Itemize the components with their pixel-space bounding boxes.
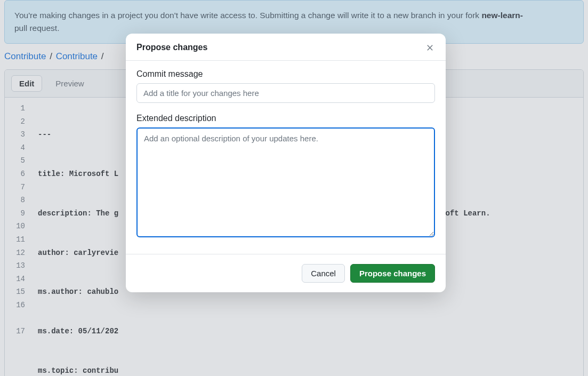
extended-description-input[interactable] bbox=[136, 127, 435, 237]
modal-body: Commit message Extended description bbox=[126, 61, 446, 241]
commit-message-input[interactable] bbox=[136, 83, 435, 103]
close-icon[interactable] bbox=[424, 42, 435, 53]
modal-title: Propose changes bbox=[136, 43, 207, 52]
modal-footer: Cancel Propose changes bbox=[126, 254, 446, 292]
propose-changes-modal: Propose changes Commit message Extended … bbox=[126, 34, 446, 292]
propose-changes-button[interactable]: Propose changes bbox=[350, 264, 435, 283]
extended-description-label: Extended description bbox=[136, 114, 435, 123]
cancel-button[interactable]: Cancel bbox=[302, 264, 345, 283]
modal-header: Propose changes bbox=[126, 34, 446, 61]
commit-message-label: Commit message bbox=[136, 69, 435, 79]
